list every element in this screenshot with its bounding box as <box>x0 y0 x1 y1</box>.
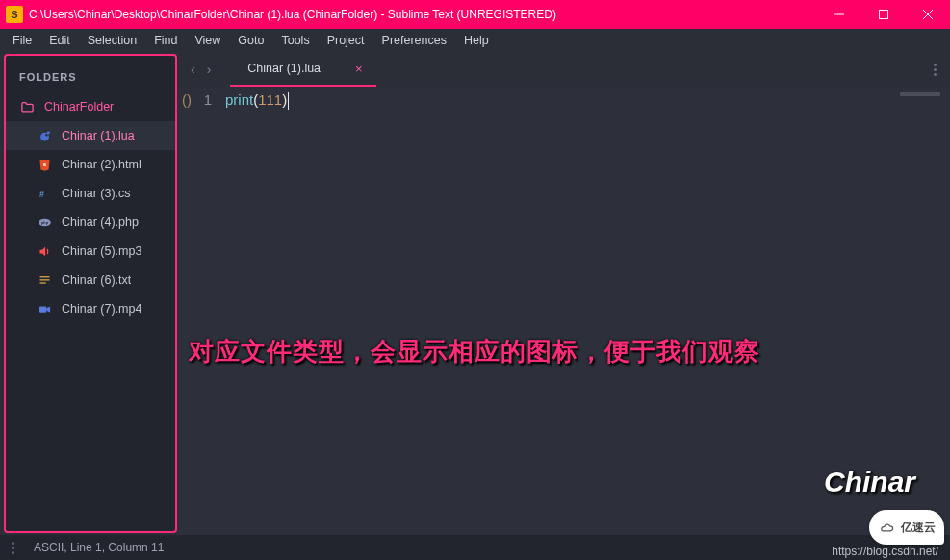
sidebar-file-lua[interactable]: Chinar (1).lua <box>6 121 175 150</box>
svg-point-5 <box>46 131 49 134</box>
menu-help[interactable]: Help <box>455 32 498 49</box>
html-icon: 5 <box>37 157 52 172</box>
menu-tools[interactable]: Tools <box>272 32 318 49</box>
file-label: Chinar (2).html <box>62 158 141 171</box>
code-line[interactable]: print(111) <box>216 87 289 535</box>
text-icon <box>37 272 52 288</box>
menu-view[interactable]: View <box>186 32 229 49</box>
sidebar-file-mp3[interactable]: Chinar (5).mp3 <box>6 237 175 266</box>
cs-icon: # <box>37 186 52 201</box>
file-label: Chinar (4).php <box>62 216 139 229</box>
minimize-button[interactable] <box>817 0 861 29</box>
folder-icon <box>19 99 35 115</box>
tab-bar: ‹ › Chinar (1).lua × <box>177 52 950 87</box>
menu-preferences[interactable]: Preferences <box>373 32 455 49</box>
status-text: ASCII, Line 1, Column 11 <box>34 541 164 554</box>
sidebar-file-cs[interactable]: # Chinar (3).cs <box>6 179 175 208</box>
token-paren: ) <box>282 91 287 108</box>
lua-icon <box>37 128 52 143</box>
svg-text:#: # <box>39 189 43 198</box>
menu-bar: File Edit Selection Find View Goto Tools… <box>0 29 950 52</box>
file-label: Chinar (6).txt <box>62 273 131 287</box>
sidebar-file-html[interactable]: 5 Chinar (2).html <box>6 150 175 179</box>
tab-active[interactable]: Chinar (1).lua × <box>230 52 375 87</box>
tab-overflow-button[interactable] <box>934 64 937 76</box>
menu-find[interactable]: Find <box>145 32 186 49</box>
tab-label: Chinar (1).lua <box>247 62 321 75</box>
svg-rect-14 <box>39 306 46 312</box>
audio-icon <box>37 243 52 259</box>
sidebar-file-txt[interactable]: Chinar (6).txt <box>6 266 175 294</box>
window-title: C:\Users\Chinar\Desktop\ChinarFolder\Chi… <box>29 8 556 21</box>
window-titlebar: S C:\Users\Chinar\Desktop\ChinarFolder\C… <box>0 0 950 29</box>
sidebar: FOLDERS ChinarFolder Chinar (1).lua 5 Ch… <box>4 54 177 533</box>
status-menu-button[interactable] <box>12 542 14 554</box>
svg-point-6 <box>45 134 48 137</box>
svg-text:php: php <box>41 220 49 224</box>
menu-goto[interactable]: Goto <box>229 32 272 49</box>
menu-selection[interactable]: Selection <box>79 32 145 49</box>
maximize-button[interactable] <box>861 0 906 29</box>
menu-project[interactable]: Project <box>319 32 373 49</box>
sidebar-header: FOLDERS <box>6 56 175 92</box>
minimap[interactable] <box>900 92 940 96</box>
fold-gutter[interactable]: () <box>177 87 196 535</box>
sidebar-file-mp4[interactable]: Chinar (7).mp4 <box>6 294 175 323</box>
tab-close-icon[interactable]: × <box>355 62 363 76</box>
menu-file[interactable]: File <box>4 32 40 49</box>
file-label: Chinar (7).mp4 <box>62 302 141 316</box>
menu-edit[interactable]: Edit <box>40 32 79 49</box>
editor-pane: ‹ › Chinar (1).lua × () 1 print(111) <box>177 52 950 535</box>
tab-nav-back[interactable]: ‹ <box>185 62 201 77</box>
file-label: Chinar (1).lua <box>62 129 135 142</box>
folder-label: ChinarFolder <box>44 100 114 114</box>
svg-text:5: 5 <box>42 162 45 167</box>
svg-rect-1 <box>880 11 888 19</box>
php-icon: php <box>37 215 52 230</box>
text-caret <box>288 92 289 110</box>
file-label: Chinar (3).cs <box>62 187 131 200</box>
line-number-gutter: 1 <box>196 87 216 535</box>
status-bar: ASCII, Line 1, Column 11 <box>0 535 950 560</box>
tab-nav-forward[interactable]: › <box>201 62 218 77</box>
sidebar-folder[interactable]: ChinarFolder <box>6 92 175 121</box>
close-button[interactable] <box>906 0 950 29</box>
code-editor[interactable]: () 1 print(111) <box>177 87 950 535</box>
file-label: Chinar (5).mp3 <box>62 244 141 258</box>
video-icon <box>37 301 52 317</box>
sidebar-file-php[interactable]: php Chinar (4).php <box>6 208 175 237</box>
token-function: print <box>225 91 253 108</box>
token-number: 111 <box>258 91 282 108</box>
app-icon: S <box>6 6 23 23</box>
